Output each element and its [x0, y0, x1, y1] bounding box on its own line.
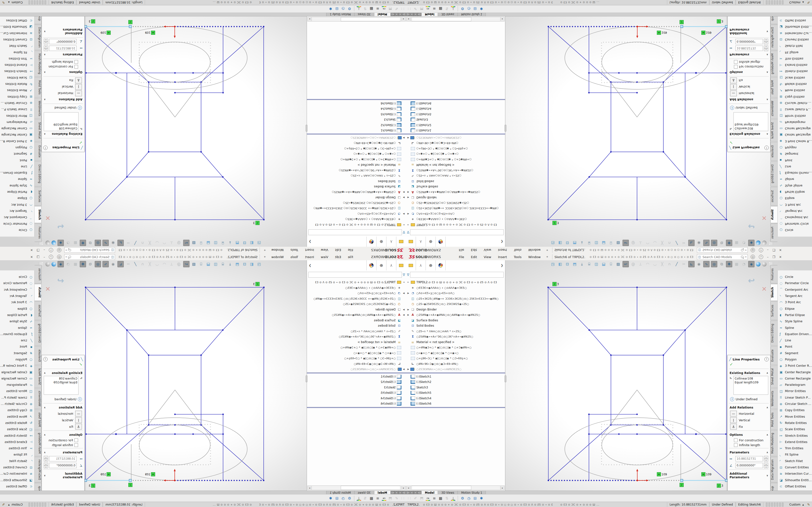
expand-arrow-icon[interactable]: ▾	[402, 281, 405, 283]
tree-item-sketch[interactable]: (-)Sketch2	[406, 379, 505, 385]
ink-line-icon[interactable]: ╱	[674, 261, 679, 267]
search-icon[interactable]	[741, 249, 743, 251]
shaded-dropdown-icon[interactable]: ⬓	[205, 261, 211, 267]
doc-tab-model[interactable]: Model	[374, 12, 391, 16]
freeze-bar[interactable]	[307, 407, 406, 408]
tool-item-convert-entities[interactable]: ⊡Convert Entities	[778, 37, 812, 43]
tool-item-offset-entities[interactable]: ⊂Offset Entities	[778, 483, 812, 490]
grid-icon[interactable]: ▦	[438, 495, 444, 501]
parameter-value-field[interactable]: 0.00000000°	[49, 463, 77, 468]
horizontal-relation-button[interactable]: —Horizontal	[730, 411, 768, 416]
settings-icon[interactable]: ✱	[327, 6, 334, 12]
tool-item-scale-entities[interactable]: ◱Scale Entities	[778, 74, 812, 81]
arch-ghost-icon[interactable]: ∩	[140, 240, 146, 246]
fix-relation-button[interactable]: ⚓Fix	[730, 77, 768, 83]
tool-item-perimeter-circle[interactable]: ◌Perimeter Circle	[778, 280, 812, 286]
tab-data-migration[interactable]: Data Migration	[770, 24, 777, 50]
tool-item-tangent-arc[interactable]: ◝Tangent Arc	[778, 208, 812, 214]
tab-surfaces[interactable]: Surfaces	[770, 301, 777, 320]
user-account-icon[interactable]: ☺	[751, 248, 755, 252]
tool-item-3-point-arc[interactable]: ◠3 Point Arc	[0, 202, 34, 208]
spin-up-icon[interactable]: ▴	[44, 42, 48, 44]
relations-ghost-icon[interactable]: ⇅	[444, 495, 450, 501]
tree-item-sketch[interactable]: (-)Sketch1	[307, 128, 406, 133]
display-settings-icon[interactable]: ⌸	[220, 240, 226, 246]
relations-listbox[interactable]: Collinear108Equal length109	[44, 376, 79, 395]
shaded-cube-icon[interactable]: ⬒	[572, 240, 577, 246]
exit-sketch-icon[interactable]: ↩	[183, 261, 190, 267]
spinner-buttons[interactable]: ▴▾	[764, 456, 768, 462]
filter-funnel-icon[interactable]: ∇	[403, 230, 405, 234]
doc-nav-arrow-icon[interactable]: ◂	[410, 491, 414, 495]
custom-dropdown[interactable]: Custom▴	[5, 1, 26, 4]
menu-item-tools[interactable]: Tools	[510, 248, 525, 253]
horizontal-relation-button[interactable]: —Horizontal	[730, 91, 768, 96]
tool-item-move-entities[interactable]: ↗Move Entities	[0, 413, 34, 420]
expand-arrow-icon[interactable]: ▶	[402, 191, 405, 193]
shaded-edges-cube-icon[interactable]: ⊡	[242, 261, 248, 267]
tool-item-scale-entities[interactable]: ◱Scale Entities	[0, 426, 34, 433]
menu-item-tools[interactable]: Tools	[287, 255, 302, 260]
grid-icon[interactable]: ▦	[368, 495, 374, 501]
tree-item[interactable]: ◷○25∙◉25И3Є25○⊙○ 25Є3И25◉∙25○	[406, 201, 505, 206]
tool-item-offset-entities[interactable]: ⊂Offset Entities	[0, 17, 34, 24]
panel-overflow-chevron[interactable]: ❯	[501, 264, 505, 267]
tool-item-linear-sketch-pattern[interactable]: ⠿Linear Sketch Pattern	[0, 394, 34, 401]
tool-item-3-point-center-recta-[interactable]: ◈3 Point Center Recta...	[778, 362, 812, 369]
tab-features[interactable]: Features	[35, 265, 42, 283]
tree-item-sketch[interactable]: (-)Sketch4	[406, 106, 505, 112]
expand-arrow-icon[interactable]: ▶	[407, 196, 410, 199]
tree-item[interactable]: ▶⚿○25ƷЄИNA∩∙○⊙○∙∩AИNƷЄ25○	[406, 367, 505, 372]
tree-item[interactable]: ∟○ИN∙96∙Ɔ◉○⊙○◉Ɔ∙69∙ИN○	[307, 361, 406, 367]
tree-item[interactable]: ✎○25∙∩ * ɅAm○⊙○mAɅ * ∩∙25○	[307, 329, 406, 334]
tool-item-segment[interactable]: #Segment	[0, 350, 34, 356]
paintbrush-icon[interactable]: ✑	[425, 6, 431, 12]
tab-sketch[interactable]: Sketch	[35, 284, 42, 301]
tree-root-item[interactable]: ▾TЯPDL2.⊙ Ɛ3 ⊙ Ш ⊙ ⊙ ⊙ + ⊙ ƆC ⊙ Ɛ3 ⊙ ∙ ⊙…	[406, 280, 505, 285]
vertical-relation-button[interactable]: |Vertical	[730, 417, 768, 423]
view-3d-icon[interactable]: ◉	[110, 240, 116, 246]
tree-item[interactable]: ▶❏Design Binder	[406, 195, 505, 201]
tree-item[interactable]: ◫○25+3Є25○ИN◉∙+ ƆƆ3Є∩3Є25○⊙○ 25Є3∩Є3ƆƆ+∙…	[406, 296, 505, 301]
tree-filter-input[interactable]	[308, 229, 402, 235]
wireframe-cube-icon[interactable]: ◳	[256, 240, 262, 246]
scissors-ghost-icon[interactable]: ✂	[681, 240, 687, 246]
scene-icon[interactable]: ✎	[2, 0, 5, 4]
tab-direct-editing[interactable]: Direct Editing	[35, 161, 42, 186]
arch-ghost-icon[interactable]: ∩	[666, 240, 672, 246]
scene-icon[interactable]: ✎	[807, 503, 810, 507]
arc-ghost-icon[interactable]: ◠	[645, 240, 651, 246]
tab-weldments[interactable]: Weldments	[35, 98, 42, 119]
tree-filter-input[interactable]	[308, 272, 402, 278]
menu-item-view[interactable]: View	[480, 255, 495, 260]
tool-item-linear-sketch-pattern[interactable]: ⠿Linear Sketch Pattern	[778, 394, 812, 401]
tree-item[interactable]: ▶⚿○25ƷЄИNA∩∙○⊙○∙∩AИNƷЄ25○	[307, 367, 406, 372]
panel-splitter-handle[interactable]	[306, 125, 307, 131]
user-account-icon[interactable]: ☺	[751, 255, 755, 259]
panel-help-icon[interactable]: ?	[764, 357, 769, 361]
tool-item-linear-sketch-pattern[interactable]: ⠿Linear Sketch Pattern	[778, 106, 812, 113]
tool-item-convert-entities[interactable]: ⊡Convert Entities	[0, 37, 34, 43]
tool-item-fit-spline[interactable]: ◟Fit Spline	[0, 49, 34, 55]
pin-icon[interactable]: ✦	[264, 255, 266, 259]
tool-item-circular-sketch-pattern[interactable]: ⊛Circular Sketch Pattern	[0, 401, 34, 407]
exit-sketch-icon[interactable]: ↩	[57, 276, 64, 285]
spin-up-icon[interactable]: ▴	[764, 456, 768, 459]
tool-item-corner-rectangle[interactable]: ▭Corner Rectangle	[778, 376, 812, 382]
featuremanager-tab[interactable]	[406, 260, 416, 270]
cross-ghost-icon[interactable]: ╳	[147, 240, 153, 246]
relation-color-icon[interactable]: ⊥	[450, 6, 456, 12]
panel-splitter-handle[interactable]	[505, 125, 506, 131]
paintbrush-icon[interactable]: ✑	[381, 495, 387, 501]
tool-item-tangent-arc[interactable]: ◝Tangent Arc	[0, 293, 34, 299]
tool-item-stretch-entities[interactable]: ↦Stretch Entities	[778, 433, 812, 439]
freeze-bar[interactable]	[406, 407, 505, 408]
doc-nav-arrow-icon[interactable]: ❙◂	[406, 491, 410, 495]
view-origins-icon[interactable]: ✥	[726, 240, 732, 246]
panel-splitter-handle[interactable]	[505, 376, 506, 382]
view-grid-icon[interactable]: ▦	[734, 240, 740, 246]
hidden-lines-cube-icon[interactable]: ◧	[249, 240, 255, 246]
featuremanager-tree-panel[interactable]: ∇ ▾TЯPDL2.⊙ Ɛ3 ⊙ Ш ⊙ ⊙ ⊙ + ⊙ ƆC ⊙ Ɛ3 ⊙ ∙…	[307, 270, 406, 491]
scrollbar-thumb[interactable]	[341, 17, 400, 21]
doc-nav-arrow-icon[interactable]: ❙◂	[402, 491, 406, 495]
